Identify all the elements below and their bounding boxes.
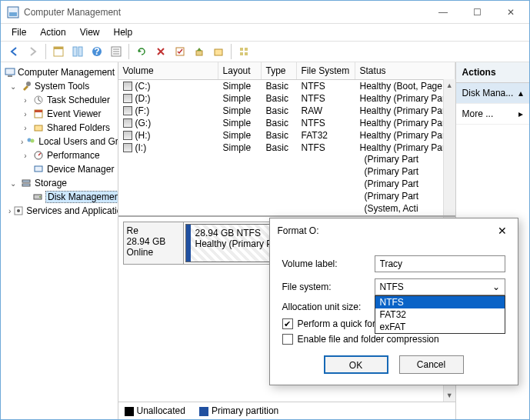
- col-volume[interactable]: Volume: [118, 62, 218, 79]
- table-row[interactable]: (I:)SimpleBasicNTFSHealthy (Primary Part: [118, 142, 455, 154]
- tree-root[interactable]: Computer Management (L: [2, 65, 116, 79]
- dialog-body: Volume label: File system: NTFS ⌄ NTFS F…: [270, 243, 518, 385]
- cancel-button[interactable]: Cancel: [399, 355, 464, 374]
- scroll-down-icon[interactable]: ▼: [444, 389, 455, 402]
- compression-row[interactable]: Enable file and folder compression: [282, 334, 505, 345]
- dialog-close-button[interactable]: ✕: [495, 225, 510, 237]
- volume-icon: [123, 131, 132, 140]
- performance-icon: [32, 149, 45, 162]
- toolbar-icon-panes[interactable]: [69, 43, 86, 60]
- volume-label-input[interactable]: [375, 255, 505, 272]
- tree-task-scheduler[interactable]: › Task Scheduler: [2, 93, 116, 107]
- tree-storage[interactable]: ⌄ Storage: [2, 176, 116, 190]
- compression-checkbox[interactable]: [282, 334, 293, 345]
- maximize-button[interactable]: ☐: [460, 2, 494, 23]
- tree-local-users[interactable]: › Local Users and Gro: [2, 135, 116, 148]
- tree-performance[interactable]: › Performance: [2, 148, 116, 162]
- dialog-titlebar: Format O: ✕: [270, 218, 518, 243]
- volume-icon: [123, 106, 132, 115]
- table-row[interactable]: (G:)SimpleBasicNTFSHealthy (Primary Part: [118, 117, 455, 129]
- collapse-icon[interactable]: ⌄: [8, 82, 18, 91]
- volume-icon: [123, 94, 132, 103]
- status-fragment: (System, Acti: [365, 203, 455, 215]
- storage-icon: [20, 177, 32, 189]
- toolbar-icon-folder[interactable]: [210, 43, 227, 60]
- tree-disk-management[interactable]: Disk Management: [2, 190, 116, 204]
- help-icon[interactable]: ?: [88, 43, 105, 60]
- forward-button[interactable]: [25, 43, 42, 60]
- filesystem-combobox[interactable]: NTFS ⌄ NTFS FAT32 exFAT: [375, 278, 505, 295]
- volume-rows: (C:)SimpleBasicNTFSHealthy (Boot, Page F…: [118, 80, 455, 154]
- folder-icon: [32, 122, 45, 134]
- menu-help[interactable]: Help: [108, 25, 139, 39]
- svg-rect-13: [196, 51, 202, 55]
- toolbar-icon-sheet[interactable]: [50, 43, 67, 60]
- fs-option-exfat[interactable]: exFAT: [375, 321, 505, 333]
- table-row[interactable]: (F:)SimpleBasicRAWHealthy (Primary Part: [118, 105, 455, 117]
- svg-rect-30: [22, 180, 30, 182]
- toolbar-icon-list[interactable]: [108, 43, 125, 60]
- expand-icon[interactable]: ›: [8, 207, 11, 215]
- volume-icon: [123, 82, 132, 91]
- svg-rect-14: [215, 49, 222, 55]
- tree-system-tools[interactable]: ⌄ System Tools: [2, 79, 116, 93]
- minimize-button[interactable]: —: [426, 2, 460, 23]
- delete-icon[interactable]: [152, 43, 169, 60]
- table-row[interactable]: (D:)SimpleBasicNTFSHealthy (Primary Part: [118, 92, 455, 105]
- status-fragment: (Primary Part: [365, 178, 455, 191]
- table-row[interactable]: (H:)SimpleBasicFAT32Healthy (Primary Par…: [118, 129, 455, 142]
- expand-icon[interactable]: ›: [21, 124, 30, 132]
- title-bar: Computer Management — ☐ ✕: [1, 1, 529, 24]
- scroll-up-icon[interactable]: ▲: [444, 79, 455, 92]
- vertical-scrollbar[interactable]: ▲: [443, 79, 455, 215]
- menu-view[interactable]: View: [74, 25, 106, 39]
- tree-device-manager[interactable]: Device Manager: [2, 162, 116, 176]
- expand-icon[interactable]: ›: [21, 138, 23, 146]
- refresh-icon[interactable]: [133, 43, 150, 60]
- check-icon[interactable]: [172, 43, 188, 60]
- legend: Unallocated Primary partition: [118, 402, 455, 419]
- expand-icon[interactable]: ›: [21, 110, 30, 118]
- window-title: Computer Management: [24, 7, 426, 18]
- svg-rect-5: [78, 47, 82, 56]
- svg-point-21: [26, 82, 31, 86]
- svg-rect-4: [73, 47, 77, 56]
- main-panel: Volume Layout Type File System Status (C…: [118, 62, 456, 419]
- col-layout[interactable]: Layout: [218, 62, 262, 79]
- filesystem-options: NTFS FAT32 exFAT: [375, 295, 505, 334]
- menu-action[interactable]: Action: [34, 25, 72, 39]
- tree-services[interactable]: › Services and Applicatio: [2, 204, 116, 218]
- back-button[interactable]: [5, 43, 22, 60]
- toolbar-icon-arrow-up[interactable]: [191, 43, 208, 60]
- quick-format-checkbox[interactable]: ✔: [282, 318, 293, 329]
- col-filesystem[interactable]: File System: [297, 62, 355, 79]
- fs-option-fat32[interactable]: FAT32: [375, 308, 505, 321]
- actions-disk-mgmt[interactable]: Disk Mana... ▴: [456, 83, 529, 104]
- expand-icon[interactable]: ›: [21, 152, 30, 160]
- status-fragment: (Primary Part: [365, 191, 455, 203]
- fs-option-ntfs[interactable]: NTFS: [375, 296, 505, 308]
- menu-file[interactable]: File: [5, 25, 32, 39]
- menu-bar: File Action View Help: [1, 24, 529, 41]
- toolbar: ?: [1, 41, 529, 62]
- svg-rect-3: [54, 47, 63, 49]
- disk-head-status: Online: [127, 247, 180, 258]
- computer-icon: [5, 66, 15, 78]
- col-type[interactable]: Type: [262, 62, 297, 79]
- svg-rect-19: [5, 68, 15, 75]
- svg-point-33: [39, 196, 41, 198]
- tree-event-viewer[interactable]: › Event Viewer: [2, 107, 116, 121]
- toolbar-icon-grid[interactable]: [235, 43, 252, 60]
- close-button[interactable]: ✕: [494, 2, 528, 23]
- collapse-icon[interactable]: ⌄: [8, 179, 18, 188]
- status-fragment: (Primary Part: [365, 166, 455, 178]
- volume-icon: [123, 143, 132, 152]
- expand-icon[interactable]: ›: [21, 96, 30, 105]
- event-icon: [32, 108, 45, 120]
- toolbar-separator: [45, 44, 46, 59]
- table-row[interactable]: (C:)SimpleBasicNTFSHealthy (Boot, Page F: [118, 80, 455, 92]
- col-status[interactable]: Status: [355, 62, 455, 79]
- ok-button[interactable]: OK: [324, 355, 388, 374]
- actions-more[interactable]: More ... ▸: [456, 104, 529, 125]
- tree-shared-folders[interactable]: › Shared Folders: [2, 121, 116, 135]
